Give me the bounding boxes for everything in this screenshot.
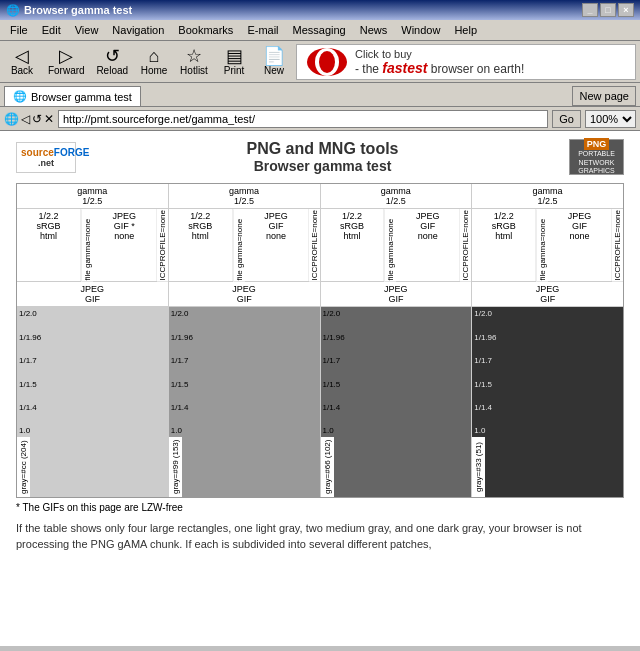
new-button[interactable]: 📄 New [256,45,292,78]
col4-jpeg-gif: JPEG GIF none [548,209,612,281]
gif-note: * The GIFs on this page are LZW-free [16,502,624,513]
col2-sub-headers: 1/2.2 sRGB html file gamma=none JPEG GIF… [169,209,320,282]
png-logo: PNG PORTABLENETWORKGRAPHICS [569,139,624,175]
col3-file-label: file gamma=none [384,209,396,281]
new-icon: 📄 [263,47,285,65]
page-icon: 🌐 [4,112,19,126]
url-input[interactable] [58,110,548,128]
gamma-test-table: gamma 1/2.5 1/2.2 sRGB html file gamma=n… [16,183,624,498]
col3-values: 1/2.0 1/1.96 1/1.7 1/1.5 1/1.4 1.0 [321,307,472,437]
col-2: gamma 1/2.5 1/2.2 sRGB html file gamma=n… [169,184,321,497]
forward-button[interactable]: ▷ Forward [44,45,88,78]
hotlist-icon: ☆ [186,47,202,65]
col4-g122: 1/2.2 sRGB html [472,209,536,281]
col2-header: gamma 1/2.5 [169,184,320,209]
stop-icon[interactable]: ✕ [44,112,54,126]
title-bar-text: Browser gamma test [24,4,132,16]
print-icon: ▤ [226,47,243,65]
col1-g122: 1/2.2 sRGB html [17,209,81,281]
home-label: Home [141,65,168,76]
reload-small-icon[interactable]: ↺ [32,112,42,126]
col4-values: 1/2.0 1/1.96 1/1.7 1/1.5 1/1.4 1.0 [472,307,623,437]
menu-news[interactable]: News [354,22,394,38]
menu-navigation[interactable]: Navigation [106,22,170,38]
col2-values: 1/2.0 1/1.96 1/1.7 1/1.5 1/1.4 1.0 [169,307,320,437]
col4-jpeg2-gif2: JPEG GIF [472,282,623,306]
home-icon: ⌂ [149,47,160,65]
opera-logo-svg [305,46,349,78]
zoom-control: 100% [585,110,636,128]
hotlist-label: Hotlist [180,65,208,76]
col2-g122: 1/2.2 sRGB html [169,209,233,281]
opera-banner-inner: Click to buy - the fastest browser on ea… [296,44,636,80]
col2-sub2: JPEG GIF [169,282,320,307]
back-small-icon[interactable]: ◁ [21,112,30,126]
col3-jpeg2-gif2: JPEG GIF [321,282,472,306]
opera-banner[interactable]: Click to buy - the fastest browser on ea… [296,44,636,80]
menu-window[interactable]: Window [395,22,446,38]
col4-sub2: JPEG GIF [472,282,623,307]
opera-click-text: Click to buy [355,48,524,60]
menu-file[interactable]: File [4,22,34,38]
menu-bookmarks[interactable]: Bookmarks [172,22,239,38]
menu-edit[interactable]: Edit [36,22,67,38]
hotlist-button[interactable]: ☆ Hotlist [176,45,212,78]
col1-gray-area: 1/2.0 1/1.96 1/1.7 1/1.5 1/1.4 1.0 [17,307,168,437]
close-button[interactable]: × [618,3,634,17]
tab-bar: 🌐 Browser gamma test New page [0,83,640,107]
col3-header: gamma 1/2.5 [321,184,472,209]
reload-button[interactable]: ↺ Reload [92,45,132,78]
content-area: sourceFORGE .net PNG and MNG tools Brows… [8,139,632,552]
go-button[interactable]: Go [552,110,581,128]
col1-gamma-val: 1/2.5 [19,196,166,206]
toolbar: ◁ Back ▷ Forward ↺ Reload ⌂ Home ☆ Hotli… [0,41,640,83]
new-page-button[interactable]: New page [572,86,636,106]
col2-jpeg2-gif2: JPEG GIF [169,282,320,306]
col4-gray-area: 1/2.0 1/1.96 1/1.7 1/1.5 1/1.4 1.0 [472,307,623,437]
col3-sub2: JPEG GIF [321,282,472,307]
menu-view[interactable]: View [69,22,105,38]
col1-gray-label: gray=#cc (204) [17,437,30,497]
col1-icc-label: ICCPROFILE=none [157,209,168,281]
bottom-description: If the table shows only four large recta… [16,521,624,552]
zoom-select[interactable]: 100% [585,110,636,128]
svg-point-2 [319,51,335,73]
page-title: PNG and MNG tools Browser gamma test [76,140,569,174]
col2-icc-label: ICCPROFILE=none [309,209,320,281]
home-button[interactable]: ⌂ Home [136,45,172,78]
col1-gamma: gamma [19,186,166,196]
col1-header: gamma 1/2.5 [17,184,168,209]
col3-sub-headers: 1/2.2 sRGB html file gamma=none JPEG GIF… [321,209,472,282]
print-button[interactable]: ▤ Print [216,45,252,78]
col3-gray-label: gray=#66 (102) [321,437,334,497]
reload-label: Reload [96,65,128,76]
menu-email[interactable]: E-mail [241,22,284,38]
menu-messaging[interactable]: Messaging [287,22,352,38]
col4-header: gamma 1/2.5 [472,184,623,209]
col2-jpeg-gif: JPEG GIF none [245,209,309,281]
new-label: New [264,65,284,76]
tab-gamma-test[interactable]: 🌐 Browser gamma test [4,86,141,106]
col4-file-label: file gamma=none [536,209,548,281]
opera-fastest: fastest [382,60,427,76]
minimize-button[interactable]: _ [582,3,598,17]
title-controls: _ □ × [582,3,634,17]
opera-fastest-text: - the fastest browser on earth! [355,60,524,76]
tab-icon: 🌐 [13,90,27,103]
print-label: Print [224,65,245,76]
col2-file-label: file gamma=none [233,209,245,281]
title-bar: 🌐 Browser gamma test _ □ × [0,0,640,20]
back-button[interactable]: ◁ Back [4,45,40,78]
col3-jpeg-gif: JPEG GIF none [396,209,460,281]
maximize-button[interactable]: □ [600,3,616,17]
title-line1: PNG and MNG tools [76,140,569,158]
back-label: Back [11,65,33,76]
reload-icon: ↺ [105,47,120,65]
col2-gray-label: gray=#99 (153) [169,437,182,497]
col1-jpeg2-gif2: JPEG GIF [17,282,168,306]
tab-label: Browser gamma test [31,91,132,103]
title-bar-icon: 🌐 [6,4,20,17]
col3-gray-area: 1/2.0 1/1.96 1/1.7 1/1.5 1/1.4 1.0 [321,307,472,437]
menu-help[interactable]: Help [448,22,483,38]
opera-banner-text: Click to buy - the fastest browser on ea… [355,48,524,76]
